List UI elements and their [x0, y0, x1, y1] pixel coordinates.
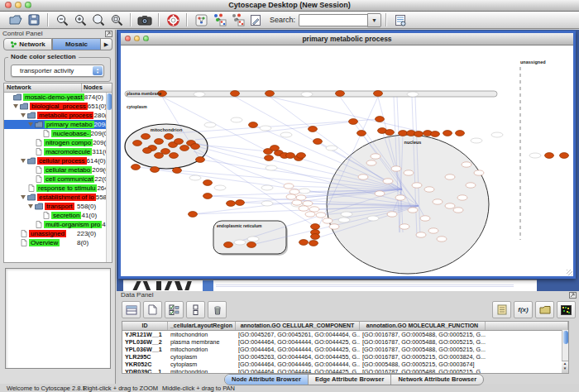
network-node-unselected[interactable] — [466, 183, 476, 188]
network-node[interactable] — [385, 130, 395, 136]
network-node[interactable] — [299, 240, 309, 246]
network-node[interactable] — [443, 131, 452, 136]
network-node[interactable] — [456, 131, 465, 136]
delete-attribute-button[interactable] — [208, 301, 227, 318]
tree-row[interactable]: biological_process651(0) — [4, 102, 106, 111]
network-node[interactable] — [191, 144, 200, 150]
table-column-header[interactable]: _cellularLayoutRegion — [168, 322, 236, 330]
expand-arrow-icon[interactable] — [28, 122, 33, 127]
zoom-selected-button[interactable] — [108, 12, 126, 27]
network-node-unselected[interactable] — [420, 216, 430, 221]
tab-network[interactable]: Network — [3, 38, 52, 50]
tree-row[interactable]: secretion41(0) — [4, 211, 106, 220]
network-node-unselected[interactable] — [445, 203, 455, 208]
tree-row[interactable]: primary metabo209(... — [4, 120, 106, 129]
network-edge[interactable] — [270, 97, 428, 133]
network-node[interactable] — [227, 201, 236, 207]
network-node[interactable] — [265, 155, 274, 161]
network-node-unselected[interactable] — [375, 191, 385, 196]
close-view-button[interactable] — [125, 36, 131, 41]
float-data-panel-icon[interactable] — [569, 292, 577, 299]
network-node-unselected[interactable] — [366, 160, 376, 165]
table-row[interactable]: YLR295Ccytoplasm[GO:0045263, GO:0044464,… — [122, 353, 568, 361]
network-label[interactable]: metabolic process — [37, 112, 93, 119]
birdseye-view[interactable] — [5, 268, 111, 369]
tree-row[interactable]: Overview8(0) — [4, 238, 106, 247]
network-node[interactable] — [431, 131, 440, 137]
network-node-unselected[interactable] — [445, 174, 455, 179]
network-node[interactable] — [155, 139, 164, 145]
table-scrollbar-thumb[interactable] — [563, 331, 568, 344]
network-node[interactable] — [357, 131, 366, 136]
create-attribute-button[interactable] — [143, 301, 162, 318]
network-node[interactable] — [311, 224, 320, 230]
tree-row[interactable]: cellular process614(0) — [4, 156, 106, 165]
save-button[interactable] — [25, 12, 43, 27]
network-node[interactable] — [143, 148, 152, 154]
expand-arrow-icon[interactable] — [28, 204, 33, 208]
tree-row[interactable]: response to stimulu264(0) — [4, 184, 106, 193]
network-node-unselected[interactable] — [424, 187, 434, 192]
network-node[interactable] — [249, 122, 258, 128]
network-label[interactable]: biological_process — [30, 103, 88, 110]
network-node[interactable] — [414, 131, 423, 137]
network-node[interactable] — [313, 139, 323, 145]
expand-arrow-icon[interactable] — [13, 104, 18, 108]
network-label[interactable]: cellular process — [37, 157, 87, 165]
network-label[interactable]: cell communicat — [44, 175, 94, 183]
network-node-unselected[interactable] — [296, 195, 306, 200]
network-node-unselected[interactable] — [284, 184, 294, 189]
snapshot-button[interactable] — [136, 12, 154, 27]
table-column-header[interactable]: ID — [122, 322, 168, 330]
network-node-unselected[interactable] — [323, 218, 333, 223]
network-node[interactable] — [175, 139, 184, 145]
network-label[interactable]: secretion — [51, 212, 81, 219]
table-row[interactable]: YJR121W__1mitochondrion[GO:0045267, GO:0… — [122, 331, 568, 338]
network-node[interactable] — [224, 242, 233, 248]
network-node[interactable] — [203, 180, 213, 186]
network-node[interactable] — [560, 153, 569, 159]
network-label[interactable]: transport — [45, 203, 74, 210]
network-node[interactable] — [180, 146, 189, 151]
tree-row[interactable]: metabolic process280(0) — [4, 111, 106, 120]
network-label[interactable]: establishment of lo — [37, 194, 96, 201]
network-node-unselected[interactable] — [316, 213, 326, 218]
network-node-unselected[interactable] — [408, 208, 418, 213]
network-node-unselected[interactable] — [404, 170, 414, 175]
network-node[interactable] — [545, 153, 554, 159]
network-label[interactable]: multi-organism pro — [44, 221, 102, 228]
table-scroll-arrows[interactable]: ▲▼ — [562, 361, 568, 373]
network-label[interactable]: nitrogen compo — [44, 139, 93, 146]
network-canvas[interactable]: plasma membranecytoplasmmitochondrionnuc… — [121, 45, 573, 276]
network-node[interactable] — [189, 212, 198, 218]
annotation-button[interactable] — [246, 12, 265, 27]
tree-row[interactable]: nitrogen compo209(0) — [4, 138, 106, 147]
table-row[interactable]: YPL036W__2plasma membrane[GO:0044464, GO… — [122, 338, 568, 346]
network-label[interactable]: nucleobase- — [51, 130, 91, 137]
search-dropdown-button[interactable]: ▼ — [367, 13, 381, 27]
select-attributes-button[interactable] — [122, 301, 141, 318]
help-button[interactable] — [164, 12, 182, 27]
more-tabs-button[interactable]: ▶ — [101, 38, 112, 50]
network-node[interactable] — [141, 134, 151, 140]
network-node-unselected[interactable] — [395, 195, 405, 200]
node-color-combo[interactable]: transporter activity ▲▼ — [11, 65, 104, 77]
network-node-unselected[interactable] — [286, 194, 296, 199]
network-node[interactable] — [133, 141, 142, 146]
zoom-out-button[interactable] — [53, 12, 71, 27]
network-node[interactable] — [349, 119, 358, 125]
table-scrollbar[interactable]: ▲▼ — [562, 330, 568, 373]
network-node[interactable] — [309, 241, 318, 246]
network-node[interactable] — [165, 134, 174, 140]
network-node[interactable] — [297, 153, 306, 159]
tree-row[interactable]: mosaic-demo-yeast874(0) — [4, 93, 106, 102]
tree-col-network[interactable]: Network — [4, 84, 82, 92]
select-all-attributes-button[interactable] — [165, 301, 184, 318]
tree-row[interactable]: nucleobase-209(0) — [4, 129, 106, 138]
network-node-unselected[interactable] — [428, 228, 438, 233]
network-node-unselected[interactable] — [412, 183, 422, 188]
new-network-from-selected-edges-button[interactable] — [228, 12, 246, 27]
network-label[interactable]: primary metabo — [45, 121, 94, 128]
background-window-sliver[interactable] — [123, 280, 537, 291]
table-row[interactable]: YDR039C__1mitochondrion[GO:0044464, GO:0… — [122, 368, 568, 374]
